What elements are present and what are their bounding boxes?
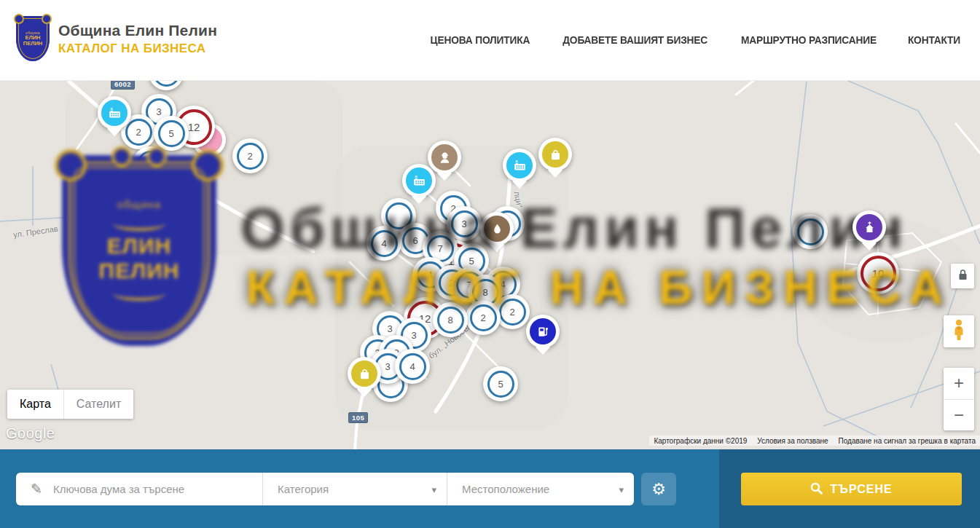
attribution-copyright: Картографски данни ©2019 [654, 437, 747, 445]
map-type-satellite-button[interactable]: Сателит [63, 390, 133, 419]
nav-route-schedule[interactable]: МАРШРУТНО РАЗПИСАНИЕ [741, 34, 877, 46]
zoom-out-button[interactable]: − [944, 400, 974, 431]
zoom-control: + − [944, 368, 974, 430]
cluster-marker[interactable]: 2 [495, 294, 530, 329]
search-input-group: ✎ Категория ▾ Местоположение ▾ [16, 473, 634, 505]
lock-map-button[interactable] [951, 264, 974, 288]
search-bar: ✎ Категория ▾ Местоположение ▾ ⚙ ТЪРСЕНЕ [0, 449, 980, 528]
brand-text: Община Елин Пелин КАТАЛОГ НА БИЗНЕСА [58, 22, 217, 56]
category-select[interactable]: Категория ▾ [262, 473, 447, 505]
flame-pin-marker[interactable] [480, 212, 514, 245]
bag-pin-marker[interactable] [538, 138, 572, 171]
cluster-marker[interactable]: 2 [232, 138, 267, 173]
factory-pin-marker[interactable] [98, 96, 131, 130]
terms-of-use-link[interactable]: Условия за ползване [757, 437, 828, 445]
search-icon [810, 482, 823, 497]
pegman-icon [951, 319, 967, 344]
logo-scroll [14, 14, 24, 24]
cluster-marker[interactable]: 5 [154, 116, 189, 151]
search-button[interactable]: ТЪРСЕНЕ [741, 473, 962, 505]
cluster-marker[interactable]: 5 [483, 366, 518, 401]
cluster-marker[interactable] [133, 146, 168, 181]
factory-pin-marker[interactable] [503, 149, 536, 182]
pencil-icon: ✎ [31, 481, 42, 497]
cluster-marker[interactable]: 4 [395, 349, 430, 384]
site-title: Община Елин Пелин [58, 22, 217, 39]
municipality-logo: община ЕЛИНПЕЛИН [16, 16, 50, 61]
search-button-label: ТЪРСЕНЕ [830, 483, 892, 496]
advanced-settings-button[interactable]: ⚙ [641, 473, 676, 505]
location-select[interactable]: Местоположение ▾ [447, 473, 634, 505]
keyword-section: ✎ [16, 473, 262, 505]
fuel-pin-marker[interactable] [526, 315, 560, 348]
google-map[interactable]: ул. Преслав бул. „Новосел лци" 6002 105 … [0, 80, 980, 449]
cluster-marker[interactable]: 8 [433, 302, 468, 337]
logo-scroll [42, 14, 52, 24]
site-subtitle: КАТАЛОГ НА БИЗНЕСА [58, 42, 217, 56]
cluster-marker[interactable]: 4 [366, 226, 401, 261]
cluster-marker[interactable] [793, 214, 828, 249]
gear-icon: ⚙ [651, 481, 666, 497]
report-map-error-link[interactable]: Подаване на сигнал за грешка в картата [839, 437, 976, 445]
marker-layer: 1232522351364754274822128333834510 [0, 80, 980, 449]
map-type-map-button[interactable]: Карта [7, 390, 63, 419]
chevron-down-icon: ▾ [431, 484, 436, 494]
cluster-marker[interactable] [149, 80, 184, 90]
chevron-down-icon: ▾ [619, 484, 624, 494]
cluster-marker[interactable]: 2 [466, 300, 501, 335]
brand[interactable]: община ЕЛИНПЕЛИН Община Елин Пелин КАТАЛ… [16, 16, 217, 61]
site-header: община ЕЛИНПЕЛИН Община Елин Пелин КАТАЛ… [0, 0, 980, 81]
logo-top-word: община [26, 31, 40, 35]
main-nav: ЦЕНОВА ПОЛИТИКА ДОБАВЕТЕ ВАШИЯТ БИЗНЕС М… [428, 0, 962, 80]
nav-add-business[interactable]: ДОБАВЕТЕ ВАШИЯТ БИЗНЕС [562, 34, 707, 46]
nav-pricing-policy[interactable]: ЦЕНОВА ПОЛИТИКА [431, 34, 530, 46]
map-type-control: Карта Сателит [7, 390, 133, 419]
logo-name: ЕЛИНПЕЛИН [23, 35, 42, 47]
google-logo[interactable]: Google [6, 425, 55, 442]
bag-pin-marker[interactable] [348, 357, 381, 390]
zoom-in-button[interactable]: + [944, 368, 974, 400]
factory-pin-marker[interactable] [402, 164, 436, 197]
map-attribution: Картографски данни ©2019 Условия за полз… [649, 436, 980, 446]
padlock-icon [957, 269, 968, 284]
worker-pin-marker[interactable] [428, 141, 461, 174]
keyword-search-input[interactable] [52, 482, 230, 496]
nav-contacts[interactable]: КОНТАКТИ [908, 34, 960, 46]
cluster-marker[interactable]: 10 [857, 252, 899, 294]
street-view-pegman-button[interactable] [944, 315, 974, 347]
